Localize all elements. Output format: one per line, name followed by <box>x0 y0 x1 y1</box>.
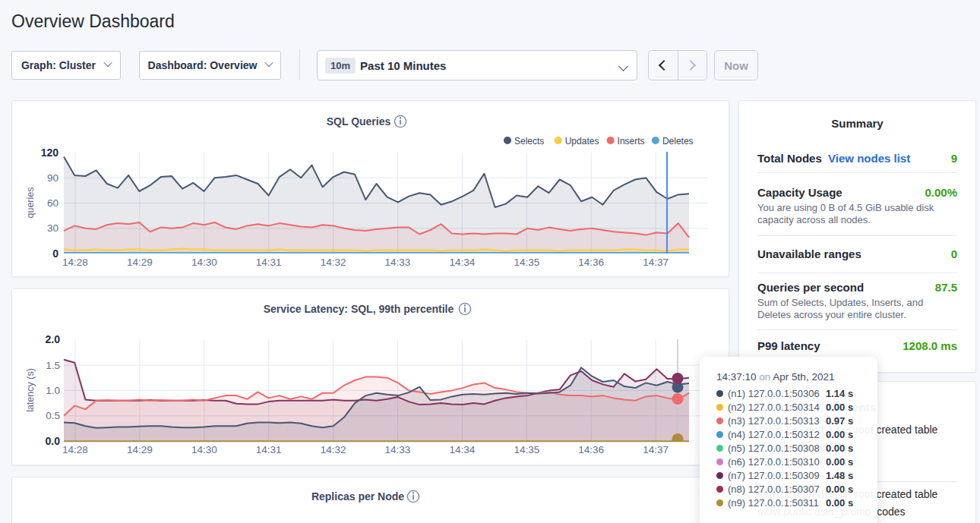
svg-text:0.5: 0.5 <box>46 410 60 421</box>
svg-text:0: 0 <box>52 247 58 260</box>
svg-text:14:35: 14:35 <box>514 257 539 268</box>
svg-text:14:34: 14:34 <box>450 257 476 268</box>
svg-text:14:36: 14:36 <box>578 444 604 455</box>
svg-text:latency (s): latency (s) <box>25 368 36 412</box>
svg-text:14:32: 14:32 <box>321 444 346 455</box>
svg-text:14:30: 14:30 <box>191 444 217 455</box>
svg-text:60: 60 <box>47 197 58 209</box>
svg-text:1.0: 1.0 <box>46 385 60 396</box>
svg-text:Updates: Updates <box>565 136 599 147</box>
svg-text:14:30: 14:30 <box>191 257 217 268</box>
svg-text:120: 120 <box>41 147 59 159</box>
svg-text:Service Latency: SQL, 99th per: Service Latency: SQL, 99th percentile <box>264 303 454 315</box>
svg-text:Inserts: Inserts <box>618 136 645 147</box>
svg-text:14:37: 14:37 <box>643 444 669 455</box>
svg-text:2.0: 2.0 <box>46 333 61 345</box>
svg-text:14:34: 14:34 <box>450 444 476 455</box>
svg-text:14:35: 14:35 <box>514 444 539 455</box>
svg-text:90: 90 <box>47 172 58 184</box>
svg-text:14:33: 14:33 <box>385 444 411 455</box>
svg-text:14:31: 14:31 <box>256 257 282 268</box>
svg-text:14:32: 14:32 <box>321 257 346 268</box>
svg-text:14:28: 14:28 <box>62 444 88 455</box>
svg-text:14:31: 14:31 <box>256 444 282 455</box>
svg-text:14:33: 14:33 <box>385 257 411 268</box>
svg-text:14:29: 14:29 <box>127 444 153 455</box>
svg-text:SQL Queries: SQL Queries <box>327 115 391 128</box>
svg-text:Deletes: Deletes <box>662 136 694 147</box>
svg-text:14:28: 14:28 <box>62 257 88 268</box>
svg-text:14:29: 14:29 <box>127 257 153 268</box>
svg-text:14:36: 14:36 <box>578 257 604 268</box>
svg-text:0.0: 0.0 <box>46 435 61 447</box>
svg-text:Replicas per Node: Replicas per Node <box>311 490 404 503</box>
svg-text:30: 30 <box>47 222 58 234</box>
svg-text:14:37: 14:37 <box>643 257 669 268</box>
svg-text:Selects: Selects <box>514 136 544 147</box>
svg-text:queries: queries <box>25 187 36 219</box>
svg-text:1.5: 1.5 <box>46 360 60 371</box>
